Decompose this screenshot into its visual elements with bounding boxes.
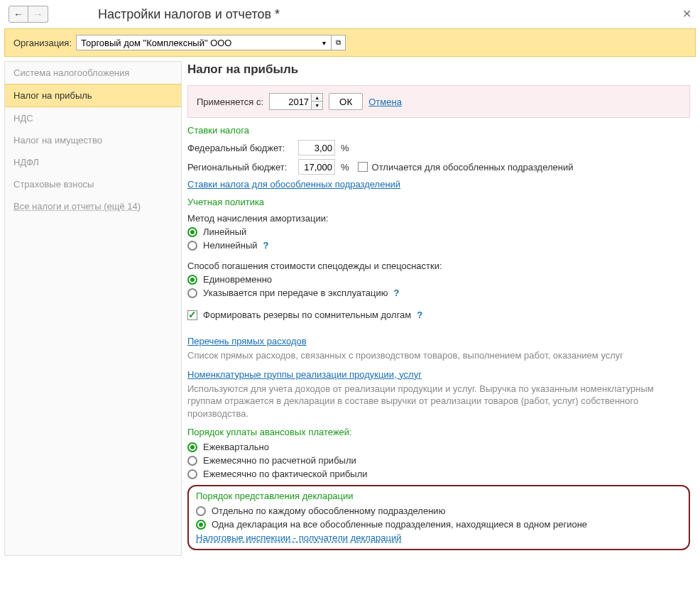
regional-rate-input[interactable] <box>298 159 335 175</box>
organization-field: ▾ ⧉ <box>76 35 346 50</box>
decl-separate-label: Отдельно по каждому обособленному подраз… <box>212 506 445 516</box>
advance-monthly-calc-radio[interactable] <box>187 456 197 466</box>
spec-service-row[interactable]: Указывается при передаче в эксплуатацию … <box>187 288 690 298</box>
amortization-label: Метод начисления амортизации: <box>187 213 690 224</box>
year-input[interactable] <box>269 93 312 110</box>
year-spin-down[interactable]: ▼ <box>312 102 323 110</box>
federal-rate-row: Федеральный бюджет: % <box>187 140 690 155</box>
sidebar-item-property-tax[interactable]: Налог на имущество <box>5 129 181 151</box>
year-spinner: ▲ ▼ <box>312 93 323 110</box>
spec-service-radio[interactable] <box>187 288 197 298</box>
advance-quarterly-radio[interactable] <box>187 442 197 452</box>
subdivision-rates-link[interactable]: Ставки налога для обособленных подраздел… <box>187 179 400 190</box>
content: Налог на прибыль Применяется с: ▲ ▼ ОК О… <box>182 61 696 556</box>
forward-button[interactable]: → <box>28 6 48 23</box>
sidebar: Система налогообложения Налог на прибыль… <box>4 61 182 556</box>
amort-linear-label: Линейный <box>203 226 246 237</box>
sidebar-item-ndfl[interactable]: НДФЛ <box>5 151 181 173</box>
help-icon[interactable]: ? <box>263 240 269 251</box>
amort-nonlinear-row[interactable]: Нелинейный ? <box>187 240 690 251</box>
apply-row: Применяется с: ▲ ▼ ОК Отмена <box>187 85 690 118</box>
reserves-checkbox[interactable] <box>187 310 197 320</box>
amort-nonlinear-radio[interactable] <box>187 241 197 251</box>
organization-open-button[interactable]: ⧉ <box>332 35 346 50</box>
decl-one-row[interactable]: Одна декларация на все обособленные подр… <box>196 519 682 530</box>
regional-rate-label: Региональный бюджет: <box>187 162 292 173</box>
organization-input[interactable] <box>76 35 317 50</box>
diff-checkbox[interactable] <box>358 162 368 172</box>
advance-header: Порядок уплаты авансовых платежей: <box>187 427 690 437</box>
organization-bar: Организация: ▾ ⧉ <box>4 28 696 57</box>
sidebar-item-all-taxes[interactable]: Все налоги и отчеты (ещё 14) <box>5 195 181 217</box>
reserves-row[interactable]: Формировать резервы по сомнительным долг… <box>187 310 690 320</box>
sidebar-item-tax-system[interactable]: Система налогообложения <box>5 62 181 84</box>
help-icon-2[interactable]: ? <box>393 288 399 298</box>
body: Система налогообложения Налог на прибыль… <box>4 61 696 556</box>
year-field: ▲ ▼ <box>269 93 323 110</box>
amort-nonlinear-label: Нелинейный <box>203 240 258 251</box>
reserves-label: Формировать резервы по сомнительным долг… <box>203 310 411 320</box>
organization-label: Организация: <box>13 38 72 48</box>
diff-checkbox-label: Отличается для обособленных подразделени… <box>372 162 574 173</box>
direct-expenses-link[interactable]: Перечень прямых расходов <box>187 336 307 346</box>
sidebar-item-insurance[interactable]: Страховые взносы <box>5 173 181 195</box>
year-spin-up[interactable]: ▲ <box>312 93 323 102</box>
federal-rate-input[interactable] <box>298 140 335 155</box>
sidebar-item-profit-tax[interactable]: Налог на прибыль <box>5 84 181 107</box>
spec-once-row[interactable]: Единовременно <box>187 274 690 285</box>
spec-service-label: Указывается при передаче в эксплуатацию <box>203 288 388 298</box>
nomenclature-link[interactable]: Номенклатурные группы реализации продукц… <box>187 369 422 380</box>
spec-label: Способ погашения стоимости спецодежды и … <box>187 261 690 271</box>
amort-linear-row[interactable]: Линейный <box>187 226 690 237</box>
diff-checkbox-wrap: Отличается для обособленных подразделени… <box>358 162 574 173</box>
decl-one-radio[interactable] <box>196 520 206 530</box>
declaration-header: Порядок представления декларации <box>196 491 682 501</box>
decl-separate-radio[interactable] <box>196 506 206 516</box>
spec-once-label: Единовременно <box>203 274 272 285</box>
organization-dropdown-button[interactable]: ▾ <box>317 35 332 50</box>
decl-one-label: Одна декларация на все обособленные подр… <box>212 519 587 530</box>
amort-linear-radio[interactable] <box>187 227 197 237</box>
nomenclature-desc: Используются для учета доходов от реализ… <box>187 383 690 420</box>
advance-quarterly-label: Ежеквартально <box>203 442 269 452</box>
apply-label: Применяется с: <box>197 97 263 107</box>
ok-button[interactable]: ОК <box>329 93 363 110</box>
declaration-highlight: Порядок представления декларации Отдельн… <box>187 485 690 550</box>
toolbar: ← → Настройки налогов и отчетов * ✕ <box>0 0 700 28</box>
advance-quarterly-row[interactable]: Ежеквартально <box>187 442 690 452</box>
percent-label-2: % <box>341 162 349 173</box>
advance-monthly-fact-label: Ежемесячно по фактической прибыли <box>203 469 368 479</box>
percent-label: % <box>341 143 349 153</box>
decl-separate-row[interactable]: Отдельно по каждому обособленному подраз… <box>196 506 682 516</box>
rates-header: Ставки налога <box>187 125 690 136</box>
advance-monthly-fact-row[interactable]: Ежемесячно по фактической прибыли <box>187 469 690 479</box>
sidebar-item-vat[interactable]: НДС <box>5 107 181 129</box>
close-button[interactable]: ✕ <box>682 7 691 21</box>
spec-once-radio[interactable] <box>187 275 197 285</box>
advance-monthly-calc-row[interactable]: Ежемесячно по расчетной прибыли <box>187 455 690 466</box>
content-heading: Налог на прибыль <box>187 62 690 77</box>
help-icon-3[interactable]: ? <box>417 310 422 320</box>
back-button[interactable]: ← <box>9 6 28 23</box>
cancel-link[interactable]: Отмена <box>368 97 402 107</box>
direct-expenses-desc: Список прямых расходов, связанных с прои… <box>187 349 690 362</box>
advance-monthly-fact-radio[interactable] <box>187 469 197 479</box>
policy-header: Учетная политика <box>187 197 690 207</box>
advance-monthly-calc-label: Ежемесячно по расчетной прибыли <box>203 455 356 466</box>
tax-inspections-link[interactable]: Налоговые инспекции - получатели деклара… <box>196 532 402 543</box>
federal-rate-label: Федеральный бюджет: <box>187 143 292 153</box>
regional-rate-row: Региональный бюджет: % Отличается для об… <box>187 159 690 175</box>
page-title: Настройки налогов и отчетов * <box>98 7 280 22</box>
